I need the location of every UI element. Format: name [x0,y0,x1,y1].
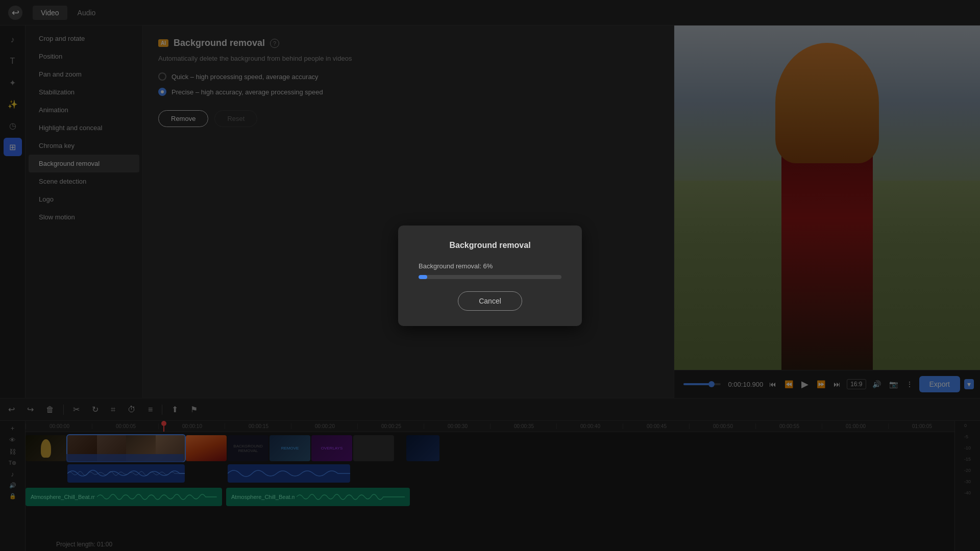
modal-progress-bar [419,275,561,279]
modal-progress-label: Background removal: 6% [419,262,561,270]
modal-progress-fill [419,275,427,279]
modal-title: Background removal [419,241,561,250]
background-removal-modal: Background removal Background removal: 6… [398,226,582,326]
modal-overlay: Background removal Background removal: 6… [0,0,980,551]
modal-cancel-button[interactable]: Cancel [458,291,522,311]
